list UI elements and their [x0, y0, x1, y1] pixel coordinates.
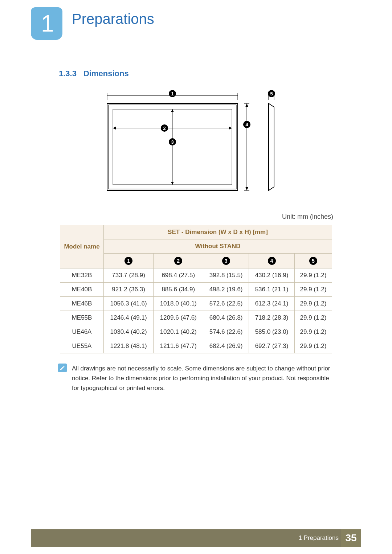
th-col-5: 5 — [294, 254, 332, 268]
table-cell: 692.7 (27.3) — [249, 339, 295, 353]
table-cell: 572.6 (22.5) — [203, 297, 249, 311]
table-cell: 1211.6 (47.7) — [154, 339, 203, 353]
table-cell: 430.2 (16.9) — [249, 268, 295, 283]
table-cell: 29.9 (1.2) — [294, 339, 332, 353]
svg-marker-8 — [229, 127, 232, 130]
svg-marker-16 — [245, 187, 248, 190]
chapter-number: 1 — [41, 10, 54, 37]
table-row: ME32B733.7 (28.9)698.4 (27.5)392.8 (15.5… — [60, 268, 332, 283]
svg-text:1: 1 — [171, 91, 173, 97]
diagram-marker-4: 4 — [243, 121, 250, 128]
table-cell: 698.4 (27.5) — [154, 268, 203, 283]
table-cell: 1221.8 (48.1) — [104, 339, 154, 353]
dimensions-diagram: 1 2 3 4 5 — [103, 89, 289, 194]
table-body: ME32B733.7 (28.9)698.4 (27.5)392.8 (15.5… — [60, 268, 332, 353]
table-cell: 733.7 (28.9) — [104, 268, 154, 283]
table-row: ME55B1246.4 (49.1)1209.6 (47.6)680.4 (26… — [60, 311, 332, 325]
table-cell: 1018.0 (40.1) — [154, 297, 203, 311]
note-pencil-icon — [58, 364, 67, 372]
th-col-4: 4 — [249, 254, 295, 268]
svg-marker-15 — [245, 103, 248, 107]
th-set-dimension: SET - Dimension (W x D x H) [mm] — [104, 225, 332, 239]
footer-page-number-box: 35 — [341, 529, 361, 547]
svg-text:5: 5 — [270, 91, 273, 97]
th-col-3: 3 — [203, 254, 249, 268]
table-cell: 718.2 (28.3) — [249, 311, 295, 325]
diagram-marker-5: 5 — [268, 90, 275, 97]
table-cell: 885.6 (34.9) — [154, 283, 203, 297]
footer-page-number: 35 — [345, 532, 356, 544]
table-cell: 1246.4 (49.1) — [104, 311, 154, 325]
subsection-title: Dimensions — [83, 69, 129, 78]
table-cell: 29.9 (1.2) — [294, 268, 332, 283]
table-cell: 29.9 (1.2) — [294, 283, 332, 297]
chapter-tab: 1 — [31, 7, 62, 40]
table-cell: ME40B — [60, 283, 104, 297]
table-cell: 1030.4 (40.2) — [104, 325, 154, 339]
table-row: ME46B1056.3 (41.6)1018.0 (40.1)572.6 (22… — [60, 297, 332, 311]
table-cell: 1209.6 (47.6) — [154, 311, 203, 325]
table-cell: 921.2 (36.3) — [104, 283, 154, 297]
svg-text:4: 4 — [245, 122, 248, 127]
table-row: UE46A1030.4 (40.2)1020.1 (40.2)574.6 (22… — [60, 325, 332, 339]
table-cell: 392.8 (15.5) — [203, 268, 249, 283]
table-cell: UE46A — [60, 325, 104, 339]
unit-label: Unit: mm (inches) — [282, 213, 333, 221]
th-col-2: 2 — [154, 254, 203, 268]
table-row: UE55A1221.8 (48.1)1211.6 (47.7)682.4 (26… — [60, 339, 332, 353]
footer-chapter-ref: 1 Preparations — [298, 534, 339, 542]
svg-marker-11 — [171, 182, 174, 185]
table-cell: 585.0 (23.0) — [249, 325, 295, 339]
table-cell: ME55B — [60, 311, 104, 325]
th-without-stand: Without STAND — [104, 239, 332, 254]
table-cell: ME32B — [60, 268, 104, 283]
diagram-marker-2: 2 — [161, 124, 168, 132]
svg-marker-7 — [113, 127, 116, 130]
footer-bar: 1 Preparations 35 — [31, 529, 361, 547]
table-cell: 574.6 (22.6) — [203, 325, 249, 339]
table-row: ME40B921.2 (36.3)885.6 (34.9)498.2 (19.6… — [60, 283, 332, 297]
th-col-1: 1 — [104, 254, 154, 268]
svg-text:2: 2 — [163, 126, 166, 131]
svg-marker-10 — [171, 109, 174, 112]
table-cell: 29.9 (1.2) — [294, 311, 332, 325]
table-cell: UE55A — [60, 339, 104, 353]
table-cell: 1056.3 (41.6) — [104, 297, 154, 311]
svg-text:3: 3 — [171, 139, 173, 145]
diagram-marker-3: 3 — [169, 138, 176, 145]
table-cell: 498.2 (19.6) — [203, 283, 249, 297]
table-cell: ME46B — [60, 297, 104, 311]
table-cell: 1020.1 (40.2) — [154, 325, 203, 339]
diagram-marker-1: 1 — [169, 90, 176, 97]
chapter-title: Preparations — [72, 11, 154, 27]
dimensions-table: Model name SET - Dimension (W x D x H) [… — [60, 225, 332, 353]
subsection-number: 1.3.3 — [59, 69, 77, 78]
table-cell: 680.4 (26.8) — [203, 311, 249, 325]
table-cell: 682.4 (26.9) — [203, 339, 249, 353]
th-model-name: Model name — [60, 225, 104, 268]
table-cell: 612.3 (24.1) — [249, 297, 295, 311]
table-cell: 536.1 (21.1) — [249, 283, 295, 297]
note-text: All drawings are not necessarily to scal… — [72, 364, 334, 393]
table-cell: 29.9 (1.2) — [294, 325, 332, 339]
table-cell: 29.9 (1.2) — [294, 297, 332, 311]
note-container: All drawings are not necessarily to scal… — [58, 364, 334, 393]
